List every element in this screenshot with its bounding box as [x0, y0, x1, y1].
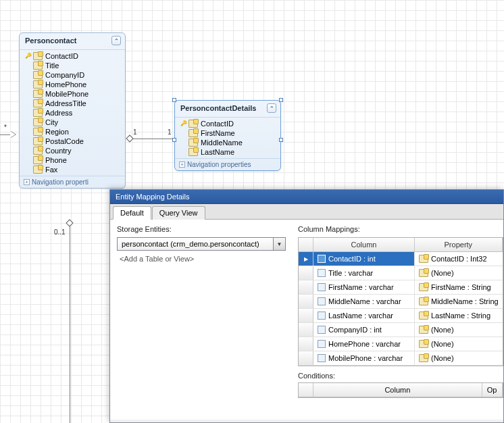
key-icon	[25, 129, 30, 134]
property-icon	[33, 61, 43, 70]
property-item[interactable]: Address	[22, 108, 122, 118]
row-handle[interactable]	[299, 280, 313, 294]
property-icon	[33, 90, 43, 98]
column-cell[interactable]: FirstName : varchar	[313, 280, 415, 294]
selection-handle[interactable]	[172, 98, 176, 102]
property-item[interactable]: MobilePhone	[22, 89, 122, 99]
column-icon	[318, 312, 326, 320]
grid-header: Column Property	[299, 238, 503, 252]
key-icon	[180, 149, 186, 155]
property-cell[interactable]: (None)	[415, 351, 503, 365]
property-item[interactable]: City	[22, 118, 122, 127]
property-cell[interactable]: FirstName : String	[415, 280, 503, 294]
property-item[interactable]: 🔑ContactID	[22, 51, 122, 61]
property-label: FirstName	[201, 129, 235, 137]
property-item[interactable]: Fax	[22, 165, 122, 174]
column-header[interactable]: Column	[313, 238, 415, 251]
connector-line[interactable]	[133, 139, 174, 139]
property-item[interactable]: LastName	[178, 147, 278, 157]
key-icon	[25, 167, 30, 172]
entity-personcontact[interactable]: Personcontact ⌃ 🔑ContactIDTitleCompanyID…	[19, 32, 126, 189]
property-icon	[419, 354, 428, 362]
conditions-grid[interactable]: Column Op	[298, 382, 503, 398]
collapse-button[interactable]: ⌃	[267, 103, 276, 113]
property-item[interactable]: FirstName	[178, 128, 278, 138]
dropdown-button[interactable]: ▼	[273, 238, 285, 250]
mapping-row[interactable]: LastName : varcharLastName : String	[299, 309, 503, 323]
column-cell[interactable]: HomePhone : varchar	[313, 337, 415, 351]
expand-icon[interactable]: +	[179, 161, 185, 168]
storage-entities-select[interactable]: personcontact (crm_demo.personcontact) ▼	[117, 237, 286, 251]
entity-header[interactable]: PersoncontactDetails ⌃	[175, 101, 280, 118]
property-cell[interactable]: (None)	[415, 337, 503, 351]
property-item[interactable]: AddressTitle	[22, 99, 122, 108]
key-icon	[25, 148, 30, 153]
property-header[interactable]: Property	[415, 238, 503, 251]
property-cell[interactable]: ContactID : Int32	[415, 252, 503, 266]
property-item[interactable]: HomePhone	[22, 80, 122, 89]
column-text: FirstName : varchar	[328, 283, 394, 291]
column-text: CompanyID : int	[328, 326, 382, 334]
row-handle[interactable]	[299, 295, 313, 308]
property-label: Phone	[45, 156, 67, 164]
column-cell[interactable]: MiddleName : varchar	[313, 295, 415, 308]
mapping-row[interactable]: MiddleName : varcharMiddleName : String	[299, 295, 503, 309]
property-cell[interactable]: MiddleName : String	[415, 295, 503, 308]
column-cell[interactable]: ContactID : int	[313, 252, 415, 266]
row-handle[interactable]	[299, 351, 313, 365]
row-handle[interactable]	[299, 337, 313, 351]
property-item[interactable]: Region	[22, 127, 122, 136]
cond-op-header[interactable]: Op	[482, 383, 503, 397]
property-icon	[419, 340, 428, 348]
column-cell[interactable]: Title : varchar	[313, 266, 415, 280]
row-handle[interactable]	[299, 266, 313, 280]
mapping-row[interactable]: FirstName : varcharFirstName : String	[299, 280, 503, 295]
tab-default[interactable]: Default	[113, 206, 151, 220]
property-cell[interactable]: (None)	[415, 323, 503, 337]
entity-header[interactable]: Personcontact ⌃	[20, 33, 125, 50]
tab-query-view[interactable]: Query View	[152, 206, 205, 220]
selection-handle[interactable]	[279, 138, 283, 142]
panel-title: Entity Mapping Details	[110, 190, 503, 204]
mapping-row[interactable]: ▶ContactID : intContactID : Int32	[299, 252, 503, 266]
property-item[interactable]: PostalCode	[22, 136, 122, 146]
row-handle[interactable]: ▶	[299, 252, 313, 266]
property-item[interactable]: CompanyID	[22, 70, 122, 80]
connector-line[interactable]	[70, 226, 70, 423]
navigation-properties[interactable]: + Navigation properti	[20, 176, 125, 188]
entity-personcontact-details[interactable]: PersoncontactDetails ⌃ 🔑ContactIDFirstNa…	[174, 100, 281, 171]
tab-bar: Default Query View	[110, 204, 503, 220]
cond-column-header[interactable]: Column	[313, 383, 482, 397]
property-cell[interactable]: (None)	[415, 266, 503, 280]
column-cell[interactable]: MobilePhone : varchar	[313, 351, 415, 365]
row-handle[interactable]	[299, 309, 313, 322]
property-label: City	[45, 118, 58, 126]
collapse-button[interactable]: ⌃	[111, 36, 121, 45]
property-icon	[33, 128, 43, 136]
mapping-row[interactable]: CompanyID : int(None)	[299, 323, 503, 337]
selection-handle[interactable]	[279, 98, 283, 102]
multiplicity-label: 0..1	[54, 228, 66, 236]
property-item[interactable]: Title	[22, 61, 122, 70]
mapping-row[interactable]: Title : varchar(None)	[299, 266, 503, 280]
nav-props-label: Navigation properti	[32, 178, 89, 186]
row-handle[interactable]	[299, 323, 313, 337]
expand-icon[interactable]: +	[24, 179, 30, 185]
add-table-link[interactable]: <Add a Table or View>	[117, 251, 286, 267]
property-label: AddressTitle	[45, 99, 86, 107]
key-icon	[25, 63, 30, 68]
property-cell[interactable]: LastName : String	[415, 309, 503, 322]
mapping-row[interactable]: MobilePhone : varchar(None)	[299, 351, 503, 366]
storage-entities-label: Storage Entities:	[117, 225, 286, 233]
navigation-properties[interactable]: + Navigation properties	[175, 158, 280, 170]
column-cell[interactable]: CompanyID : int	[313, 323, 415, 337]
column-mappings-grid[interactable]: Column Property ▶ContactID : intContactI…	[298, 237, 503, 366]
property-item[interactable]: Phone	[22, 155, 122, 165]
property-item[interactable]: Country	[22, 146, 122, 155]
selection-handle[interactable]	[172, 138, 176, 142]
column-cell[interactable]: LastName : varchar	[313, 309, 415, 322]
property-item[interactable]: 🔑ContactID	[178, 119, 278, 128]
property-item[interactable]: MiddleName	[178, 138, 278, 147]
mapping-row[interactable]: HomePhone : varchar(None)	[299, 337, 503, 351]
property-icon	[188, 120, 198, 128]
